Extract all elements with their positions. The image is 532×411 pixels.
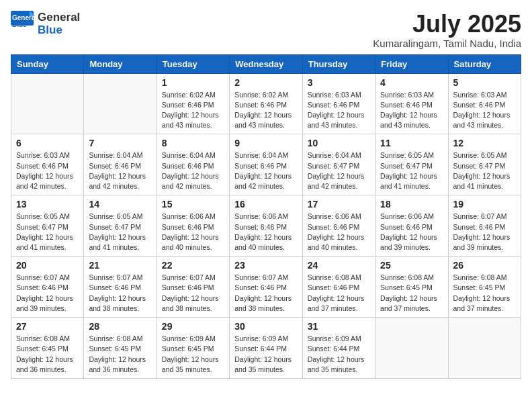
calendar-week-4: 20Sunrise: 6:07 AMSunset: 6:46 PMDayligh… [11,257,521,318]
calendar-cell: 29Sunrise: 6:09 AMSunset: 6:45 PMDayligh… [157,318,229,379]
calendar-cell: 18Sunrise: 6:06 AMSunset: 6:46 PMDayligh… [375,195,448,257]
day-info: Sunrise: 6:05 AMSunset: 6:47 PMDaylight:… [380,150,443,191]
day-info: Sunrise: 6:03 AMSunset: 6:46 PMDaylight:… [453,90,516,131]
weekday-header-friday: Friday [375,54,448,73]
day-info: Sunrise: 6:06 AMSunset: 6:46 PMDaylight:… [162,212,224,253]
day-info: Sunrise: 6:07 AMSunset: 6:46 PMDaylight:… [234,273,297,314]
calendar-cell: 21Sunrise: 6:07 AMSunset: 6:46 PMDayligh… [84,257,157,318]
day-info: Sunrise: 6:06 AMSunset: 6:46 PMDaylight:… [380,212,443,253]
calendar-cell: 17Sunrise: 6:06 AMSunset: 6:46 PMDayligh… [302,195,375,257]
calendar-cell: 31Sunrise: 6:09 AMSunset: 6:44 PMDayligh… [302,318,375,379]
title-block: July 2025 Kumaralingam, Tamil Nadu, Indi… [373,11,521,49]
day-info: Sunrise: 6:07 AMSunset: 6:46 PMDaylight:… [16,273,79,314]
calendar-cell: 10Sunrise: 6:04 AMSunset: 6:47 PMDayligh… [302,134,375,195]
day-number: 21 [89,260,151,271]
day-info: Sunrise: 6:09 AMSunset: 6:44 PMDaylight:… [234,334,297,375]
day-number: 16 [234,199,297,210]
day-number: 26 [453,260,516,271]
day-number: 13 [16,199,79,210]
calendar-cell: 5Sunrise: 6:03 AMSunset: 6:46 PMDaylight… [448,73,521,134]
day-number: 8 [162,138,224,148]
calendar-cell: 13Sunrise: 6:05 AMSunset: 6:47 PMDayligh… [11,195,84,257]
weekday-header-wednesday: Wednesday [230,54,302,73]
calendar-cell: 8Sunrise: 6:04 AMSunset: 6:46 PMDaylight… [157,134,229,195]
calendar-cell: 2Sunrise: 6:02 AMSunset: 6:46 PMDaylight… [230,73,302,134]
calendar-week-5: 27Sunrise: 6:08 AMSunset: 6:45 PMDayligh… [11,318,521,379]
day-info: Sunrise: 6:09 AMSunset: 6:45 PMDaylight:… [162,334,224,375]
page-header: General Blue General Blue July 2025 Kuma… [11,11,521,49]
day-number: 5 [453,77,516,88]
logo-blue-text: Blue [38,24,80,37]
day-info: Sunrise: 6:04 AMSunset: 6:46 PMDaylight:… [162,150,224,191]
day-number: 19 [453,199,516,210]
calendar-cell: 27Sunrise: 6:08 AMSunset: 6:45 PMDayligh… [11,318,84,379]
calendar-header-row: SundayMondayTuesdayWednesdayThursdayFrid… [11,54,521,73]
day-number: 31 [308,321,370,332]
calendar-cell: 20Sunrise: 6:07 AMSunset: 6:46 PMDayligh… [11,257,84,318]
calendar-cell: 4Sunrise: 6:03 AMSunset: 6:46 PMDaylight… [375,73,448,134]
day-number: 4 [380,77,443,88]
calendar-week-2: 6Sunrise: 6:03 AMSunset: 6:46 PMDaylight… [11,134,521,195]
day-number: 7 [89,138,151,148]
calendar-cell: 3Sunrise: 6:03 AMSunset: 6:46 PMDaylight… [302,73,375,134]
day-number: 17 [308,199,370,210]
day-info: Sunrise: 6:02 AMSunset: 6:46 PMDaylight:… [234,90,297,131]
calendar-cell: 6Sunrise: 6:03 AMSunset: 6:46 PMDaylight… [11,134,84,195]
calendar-cell: 28Sunrise: 6:08 AMSunset: 6:45 PMDayligh… [84,318,157,379]
day-number: 22 [162,260,224,271]
logo-icon: General Blue [11,11,35,38]
day-number: 12 [453,138,516,148]
day-info: Sunrise: 6:05 AMSunset: 6:47 PMDaylight:… [16,212,79,253]
day-info: Sunrise: 6:05 AMSunset: 6:47 PMDaylight:… [453,150,516,191]
day-number: 23 [234,260,297,271]
calendar-cell [11,73,84,134]
calendar-cell: 7Sunrise: 6:04 AMSunset: 6:46 PMDaylight… [84,134,157,195]
calendar-cell: 23Sunrise: 6:07 AMSunset: 6:46 PMDayligh… [230,257,302,318]
calendar-cell: 24Sunrise: 6:08 AMSunset: 6:46 PMDayligh… [302,257,375,318]
day-info: Sunrise: 6:08 AMSunset: 6:45 PMDaylight:… [89,334,151,375]
day-number: 24 [308,260,370,271]
weekday-header-tuesday: Tuesday [157,54,229,73]
day-number: 14 [89,199,151,210]
calendar-title: July 2025 [373,11,521,38]
day-info: Sunrise: 6:03 AMSunset: 6:46 PMDaylight:… [308,90,370,131]
calendar-cell: 12Sunrise: 6:05 AMSunset: 6:47 PMDayligh… [448,134,521,195]
day-info: Sunrise: 6:06 AMSunset: 6:46 PMDaylight:… [308,212,370,253]
weekday-header-monday: Monday [84,54,157,73]
calendar-cell [375,318,448,379]
calendar-cell [448,318,521,379]
day-number: 27 [16,321,79,332]
day-info: Sunrise: 6:07 AMSunset: 6:46 PMDaylight:… [453,212,516,253]
svg-text:Blue: Blue [12,21,27,28]
day-number: 11 [380,138,443,148]
day-number: 15 [162,199,224,210]
day-number: 6 [16,138,79,148]
calendar-cell: 19Sunrise: 6:07 AMSunset: 6:46 PMDayligh… [448,195,521,257]
day-info: Sunrise: 6:08 AMSunset: 6:45 PMDaylight:… [453,273,516,314]
day-number: 1 [162,77,224,88]
calendar-location: Kumaralingam, Tamil Nadu, India [373,38,521,49]
day-number: 9 [234,138,297,148]
day-info: Sunrise: 6:04 AMSunset: 6:47 PMDaylight:… [308,150,370,191]
day-info: Sunrise: 6:06 AMSunset: 6:46 PMDaylight:… [234,212,297,253]
day-number: 2 [234,77,297,88]
calendar-cell [84,73,157,134]
calendar-cell: 25Sunrise: 6:08 AMSunset: 6:45 PMDayligh… [375,257,448,318]
day-number: 3 [308,77,370,88]
day-info: Sunrise: 6:03 AMSunset: 6:46 PMDaylight:… [380,90,443,131]
calendar-cell: 30Sunrise: 6:09 AMSunset: 6:44 PMDayligh… [230,318,302,379]
day-info: Sunrise: 6:07 AMSunset: 6:46 PMDaylight:… [89,273,151,314]
day-number: 25 [380,260,443,271]
day-number: 29 [162,321,224,332]
day-number: 10 [308,138,370,148]
calendar-cell: 22Sunrise: 6:07 AMSunset: 6:46 PMDayligh… [157,257,229,318]
logo-general-text: General [38,11,80,24]
day-number: 20 [16,260,79,271]
calendar-cell: 14Sunrise: 6:05 AMSunset: 6:47 PMDayligh… [84,195,157,257]
day-info: Sunrise: 6:02 AMSunset: 6:46 PMDaylight:… [162,90,224,131]
calendar-week-3: 13Sunrise: 6:05 AMSunset: 6:47 PMDayligh… [11,195,521,257]
calendar-cell: 9Sunrise: 6:04 AMSunset: 6:46 PMDaylight… [230,134,302,195]
calendar-cell: 26Sunrise: 6:08 AMSunset: 6:45 PMDayligh… [448,257,521,318]
day-info: Sunrise: 6:04 AMSunset: 6:46 PMDaylight:… [89,150,151,191]
day-info: Sunrise: 6:08 AMSunset: 6:45 PMDaylight:… [16,334,79,375]
